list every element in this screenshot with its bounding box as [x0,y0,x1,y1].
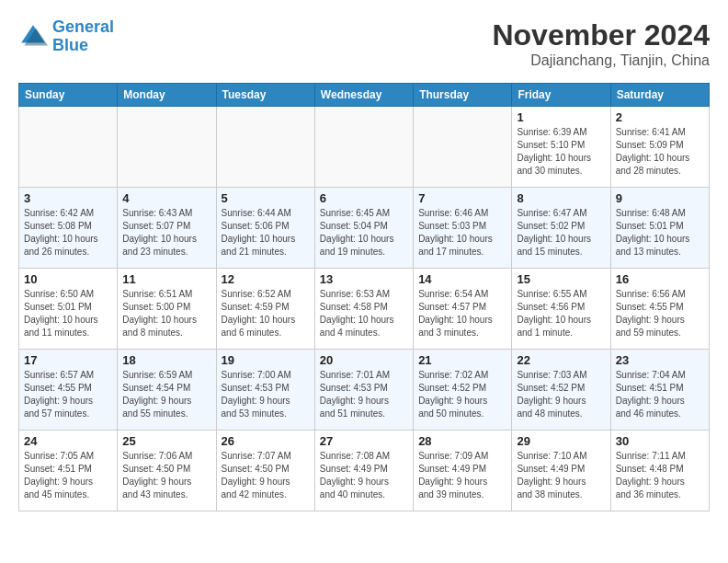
weekday-header: Monday [118,84,216,107]
day-number: 16 [616,272,704,286]
calendar-cell: 18Sunrise: 6:59 AM Sunset: 4:54 PM Dayli… [118,350,216,431]
weekday-header: Tuesday [216,84,314,107]
day-info: Sunrise: 6:50 AM Sunset: 5:01 PM Dayligh… [24,288,112,339]
day-info: Sunrise: 7:05 AM Sunset: 4:51 PM Dayligh… [24,450,112,501]
day-info: Sunrise: 6:51 AM Sunset: 5:00 PM Dayligh… [122,288,210,339]
calendar-cell: 16Sunrise: 6:56 AM Sunset: 4:55 PM Dayli… [610,269,709,350]
logo-text: General Blue [52,18,114,55]
weekday-header: Friday [512,84,610,107]
day-number: 5 [222,191,310,205]
day-number: 13 [320,272,408,286]
day-number: 6 [320,191,408,205]
calendar-cell: 7Sunrise: 6:46 AM Sunset: 5:03 PM Daylig… [414,188,512,269]
day-info: Sunrise: 6:45 AM Sunset: 5:04 PM Dayligh… [320,207,408,259]
calendar-cell [314,107,413,188]
day-info: Sunrise: 7:00 AM Sunset: 4:53 PM Dayligh… [222,369,310,420]
calendar-cell [414,107,512,188]
day-number: 30 [616,434,704,448]
logo: General Blue [18,18,114,55]
day-info: Sunrise: 7:11 AM Sunset: 4:48 PM Dayligh… [616,450,704,501]
day-number: 23 [616,353,704,367]
day-number: 21 [418,353,506,367]
calendar-cell: 17Sunrise: 6:57 AM Sunset: 4:55 PM Dayli… [19,350,118,431]
day-info: Sunrise: 7:10 AM Sunset: 4:49 PM Dayligh… [517,450,605,501]
day-info: Sunrise: 6:44 AM Sunset: 5:06 PM Dayligh… [222,207,310,259]
calendar-cell: 28Sunrise: 7:09 AM Sunset: 4:49 PM Dayli… [414,431,512,511]
calendar-cell [19,107,118,188]
calendar-week: 3Sunrise: 6:42 AM Sunset: 5:08 PM Daylig… [19,188,710,269]
day-number: 28 [418,434,506,448]
day-info: Sunrise: 7:03 AM Sunset: 4:52 PM Dayligh… [517,369,605,420]
calendar-week: 17Sunrise: 6:57 AM Sunset: 4:55 PM Dayli… [19,350,710,431]
calendar-cell: 20Sunrise: 7:01 AM Sunset: 4:53 PM Dayli… [314,350,413,431]
day-number: 24 [24,434,112,448]
weekday-header: Sunday [19,84,118,107]
title-block: November 2024 Dajianchang, Tianjin, Chin… [492,18,710,69]
day-number: 19 [222,353,310,367]
calendar-cell: 23Sunrise: 7:04 AM Sunset: 4:51 PM Dayli… [610,350,709,431]
logo-line1: General [52,17,114,36]
calendar-cell: 15Sunrise: 6:55 AM Sunset: 4:56 PM Dayli… [512,269,610,350]
day-number: 26 [222,434,310,448]
calendar-cell: 24Sunrise: 7:05 AM Sunset: 4:51 PM Dayli… [19,431,118,511]
day-info: Sunrise: 7:07 AM Sunset: 4:50 PM Dayligh… [222,450,310,501]
day-info: Sunrise: 6:53 AM Sunset: 4:58 PM Dayligh… [320,288,408,339]
calendar-cell: 1Sunrise: 6:39 AM Sunset: 5:10 PM Daylig… [512,107,610,188]
day-number: 2 [616,110,704,124]
day-number: 27 [320,434,408,448]
day-info: Sunrise: 7:09 AM Sunset: 4:49 PM Dayligh… [418,450,506,501]
calendar-week: 1Sunrise: 6:39 AM Sunset: 5:10 PM Daylig… [19,107,710,188]
day-info: Sunrise: 6:52 AM Sunset: 4:59 PM Dayligh… [222,288,310,339]
calendar-cell: 4Sunrise: 6:43 AM Sunset: 5:07 PM Daylig… [118,188,216,269]
day-info: Sunrise: 7:06 AM Sunset: 4:50 PM Dayligh… [122,450,210,501]
weekday-header: Thursday [414,84,512,107]
day-number: 18 [122,353,210,367]
day-info: Sunrise: 6:48 AM Sunset: 5:01 PM Dayligh… [616,207,704,259]
calendar-body: 1Sunrise: 6:39 AM Sunset: 5:10 PM Daylig… [19,107,710,511]
day-number: 25 [122,434,210,448]
month-title: November 2024 [492,18,710,52]
day-number: 17 [24,353,112,367]
calendar-cell: 9Sunrise: 6:48 AM Sunset: 5:01 PM Daylig… [610,188,709,269]
calendar-cell: 30Sunrise: 7:11 AM Sunset: 4:48 PM Dayli… [610,431,709,511]
calendar-cell: 6Sunrise: 6:45 AM Sunset: 5:04 PM Daylig… [314,188,413,269]
day-info: Sunrise: 6:55 AM Sunset: 4:56 PM Dayligh… [517,288,605,339]
calendar-cell: 8Sunrise: 6:47 AM Sunset: 5:02 PM Daylig… [512,188,610,269]
calendar-cell: 14Sunrise: 6:54 AM Sunset: 4:57 PM Dayli… [414,269,512,350]
calendar-cell: 27Sunrise: 7:08 AM Sunset: 4:49 PM Dayli… [314,431,413,511]
calendar-cell: 21Sunrise: 7:02 AM Sunset: 4:52 PM Dayli… [414,350,512,431]
calendar-cell: 26Sunrise: 7:07 AM Sunset: 4:50 PM Dayli… [216,431,314,511]
calendar-cell: 11Sunrise: 6:51 AM Sunset: 5:00 PM Dayli… [118,269,216,350]
day-info: Sunrise: 6:39 AM Sunset: 5:10 PM Dayligh… [517,126,605,178]
day-info: Sunrise: 7:02 AM Sunset: 4:52 PM Dayligh… [418,369,506,420]
day-number: 10 [24,272,112,286]
location: Dajianchang, Tianjin, China [492,52,710,69]
day-number: 8 [517,191,605,205]
calendar-cell: 13Sunrise: 6:53 AM Sunset: 4:58 PM Dayli… [314,269,413,350]
day-number: 29 [517,434,605,448]
day-info: Sunrise: 6:42 AM Sunset: 5:08 PM Dayligh… [24,207,112,259]
weekday-row: SundayMondayTuesdayWednesdayThursdayFrid… [19,84,710,107]
calendar-cell [216,107,314,188]
calendar-cell: 12Sunrise: 6:52 AM Sunset: 4:59 PM Dayli… [216,269,314,350]
logo-icon [18,22,48,52]
day-info: Sunrise: 7:08 AM Sunset: 4:49 PM Dayligh… [320,450,408,501]
calendar-cell: 29Sunrise: 7:10 AM Sunset: 4:49 PM Dayli… [512,431,610,511]
day-info: Sunrise: 7:01 AM Sunset: 4:53 PM Dayligh… [320,369,408,420]
day-info: Sunrise: 6:56 AM Sunset: 4:55 PM Dayligh… [616,288,704,339]
logo-line2: Blue [52,36,88,54]
day-number: 12 [222,272,310,286]
calendar-cell: 3Sunrise: 6:42 AM Sunset: 5:08 PM Daylig… [19,188,118,269]
day-info: Sunrise: 6:54 AM Sunset: 4:57 PM Dayligh… [418,288,506,339]
day-info: Sunrise: 6:57 AM Sunset: 4:55 PM Dayligh… [24,369,112,420]
day-info: Sunrise: 7:04 AM Sunset: 4:51 PM Dayligh… [616,369,704,420]
day-info: Sunrise: 6:43 AM Sunset: 5:07 PM Dayligh… [122,207,210,259]
calendar-cell: 25Sunrise: 7:06 AM Sunset: 4:50 PM Dayli… [118,431,216,511]
day-number: 11 [122,272,210,286]
day-number: 20 [320,353,408,367]
day-info: Sunrise: 6:47 AM Sunset: 5:02 PM Dayligh… [517,207,605,259]
calendar-week: 10Sunrise: 6:50 AM Sunset: 5:01 PM Dayli… [19,269,710,350]
day-info: Sunrise: 6:41 AM Sunset: 5:09 PM Dayligh… [616,126,704,178]
calendar-cell: 19Sunrise: 7:00 AM Sunset: 4:53 PM Dayli… [216,350,314,431]
day-number: 4 [122,191,210,205]
